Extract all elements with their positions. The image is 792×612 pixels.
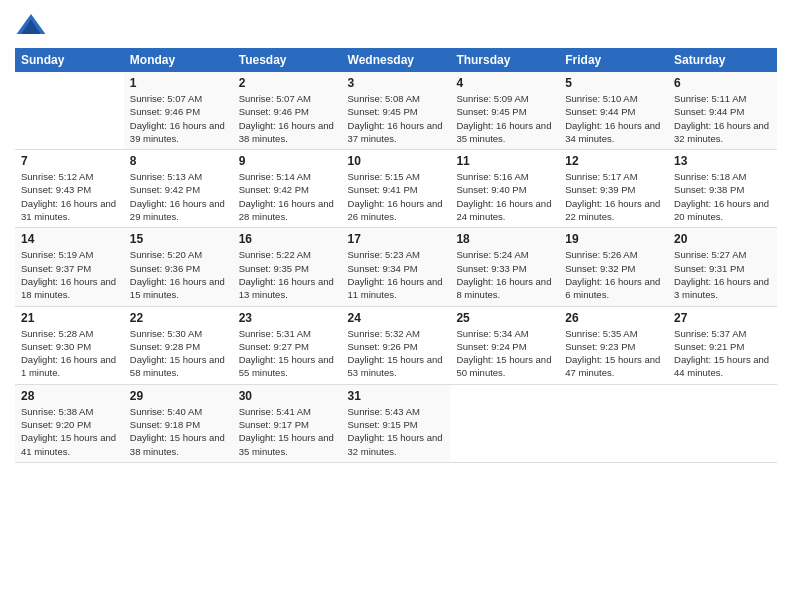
day-cell: 22Sunrise: 5:30 AMSunset: 9:28 PMDayligh… <box>124 306 233 384</box>
day-cell: 15Sunrise: 5:20 AMSunset: 9:36 PMDayligh… <box>124 228 233 306</box>
day-cell: 7Sunrise: 5:12 AMSunset: 9:43 PMDaylight… <box>15 150 124 228</box>
day-cell: 14Sunrise: 5:19 AMSunset: 9:37 PMDayligh… <box>15 228 124 306</box>
day-cell: 26Sunrise: 5:35 AMSunset: 9:23 PMDayligh… <box>559 306 668 384</box>
day-cell: 25Sunrise: 5:34 AMSunset: 9:24 PMDayligh… <box>450 306 559 384</box>
day-number: 20 <box>674 232 771 246</box>
col-header-sunday: Sunday <box>15 48 124 72</box>
day-info: Sunrise: 5:37 AMSunset: 9:21 PMDaylight:… <box>674 327 771 380</box>
day-cell: 8Sunrise: 5:13 AMSunset: 9:42 PMDaylight… <box>124 150 233 228</box>
day-cell: 17Sunrise: 5:23 AMSunset: 9:34 PMDayligh… <box>342 228 451 306</box>
day-info: Sunrise: 5:12 AMSunset: 9:43 PMDaylight:… <box>21 170 118 223</box>
day-number: 17 <box>348 232 445 246</box>
day-info: Sunrise: 5:35 AMSunset: 9:23 PMDaylight:… <box>565 327 662 380</box>
day-cell: 4Sunrise: 5:09 AMSunset: 9:45 PMDaylight… <box>450 72 559 150</box>
week-row-4: 21Sunrise: 5:28 AMSunset: 9:30 PMDayligh… <box>15 306 777 384</box>
day-cell: 18Sunrise: 5:24 AMSunset: 9:33 PMDayligh… <box>450 228 559 306</box>
day-cell <box>668 384 777 462</box>
day-number: 29 <box>130 389 227 403</box>
day-info: Sunrise: 5:30 AMSunset: 9:28 PMDaylight:… <box>130 327 227 380</box>
day-info: Sunrise: 5:16 AMSunset: 9:40 PMDaylight:… <box>456 170 553 223</box>
day-cell: 16Sunrise: 5:22 AMSunset: 9:35 PMDayligh… <box>233 228 342 306</box>
week-row-1: 1Sunrise: 5:07 AMSunset: 9:46 PMDaylight… <box>15 72 777 150</box>
day-number: 9 <box>239 154 336 168</box>
day-info: Sunrise: 5:24 AMSunset: 9:33 PMDaylight:… <box>456 248 553 301</box>
logo <box>15 10 51 42</box>
day-info: Sunrise: 5:38 AMSunset: 9:20 PMDaylight:… <box>21 405 118 458</box>
day-number: 22 <box>130 311 227 325</box>
day-cell: 1Sunrise: 5:07 AMSunset: 9:46 PMDaylight… <box>124 72 233 150</box>
day-info: Sunrise: 5:14 AMSunset: 9:42 PMDaylight:… <box>239 170 336 223</box>
logo-icon <box>15 10 47 42</box>
day-cell: 6Sunrise: 5:11 AMSunset: 9:44 PMDaylight… <box>668 72 777 150</box>
day-info: Sunrise: 5:17 AMSunset: 9:39 PMDaylight:… <box>565 170 662 223</box>
day-cell: 20Sunrise: 5:27 AMSunset: 9:31 PMDayligh… <box>668 228 777 306</box>
day-number: 15 <box>130 232 227 246</box>
week-row-3: 14Sunrise: 5:19 AMSunset: 9:37 PMDayligh… <box>15 228 777 306</box>
day-cell: 23Sunrise: 5:31 AMSunset: 9:27 PMDayligh… <box>233 306 342 384</box>
day-cell: 5Sunrise: 5:10 AMSunset: 9:44 PMDaylight… <box>559 72 668 150</box>
col-header-wednesday: Wednesday <box>342 48 451 72</box>
day-number: 8 <box>130 154 227 168</box>
day-number: 30 <box>239 389 336 403</box>
day-number: 27 <box>674 311 771 325</box>
day-number: 23 <box>239 311 336 325</box>
col-header-saturday: Saturday <box>668 48 777 72</box>
day-number: 5 <box>565 76 662 90</box>
day-cell: 13Sunrise: 5:18 AMSunset: 9:38 PMDayligh… <box>668 150 777 228</box>
day-info: Sunrise: 5:28 AMSunset: 9:30 PMDaylight:… <box>21 327 118 380</box>
day-number: 3 <box>348 76 445 90</box>
day-info: Sunrise: 5:40 AMSunset: 9:18 PMDaylight:… <box>130 405 227 458</box>
day-number: 7 <box>21 154 118 168</box>
calendar-table: SundayMondayTuesdayWednesdayThursdayFrid… <box>15 48 777 463</box>
day-number: 31 <box>348 389 445 403</box>
day-cell: 30Sunrise: 5:41 AMSunset: 9:17 PMDayligh… <box>233 384 342 462</box>
day-cell: 24Sunrise: 5:32 AMSunset: 9:26 PMDayligh… <box>342 306 451 384</box>
header-row: SundayMondayTuesdayWednesdayThursdayFrid… <box>15 48 777 72</box>
week-row-5: 28Sunrise: 5:38 AMSunset: 9:20 PMDayligh… <box>15 384 777 462</box>
day-number: 24 <box>348 311 445 325</box>
day-info: Sunrise: 5:09 AMSunset: 9:45 PMDaylight:… <box>456 92 553 145</box>
day-number: 10 <box>348 154 445 168</box>
day-cell: 21Sunrise: 5:28 AMSunset: 9:30 PMDayligh… <box>15 306 124 384</box>
day-cell: 11Sunrise: 5:16 AMSunset: 9:40 PMDayligh… <box>450 150 559 228</box>
day-cell: 27Sunrise: 5:37 AMSunset: 9:21 PMDayligh… <box>668 306 777 384</box>
day-info: Sunrise: 5:27 AMSunset: 9:31 PMDaylight:… <box>674 248 771 301</box>
day-number: 4 <box>456 76 553 90</box>
col-header-monday: Monday <box>124 48 233 72</box>
day-cell <box>450 384 559 462</box>
day-cell: 3Sunrise: 5:08 AMSunset: 9:45 PMDaylight… <box>342 72 451 150</box>
col-header-friday: Friday <box>559 48 668 72</box>
day-info: Sunrise: 5:08 AMSunset: 9:45 PMDaylight:… <box>348 92 445 145</box>
day-number: 12 <box>565 154 662 168</box>
day-info: Sunrise: 5:43 AMSunset: 9:15 PMDaylight:… <box>348 405 445 458</box>
day-info: Sunrise: 5:15 AMSunset: 9:41 PMDaylight:… <box>348 170 445 223</box>
day-number: 18 <box>456 232 553 246</box>
day-info: Sunrise: 5:07 AMSunset: 9:46 PMDaylight:… <box>239 92 336 145</box>
day-number: 21 <box>21 311 118 325</box>
week-row-2: 7Sunrise: 5:12 AMSunset: 9:43 PMDaylight… <box>15 150 777 228</box>
day-number: 11 <box>456 154 553 168</box>
day-cell: 29Sunrise: 5:40 AMSunset: 9:18 PMDayligh… <box>124 384 233 462</box>
day-info: Sunrise: 5:10 AMSunset: 9:44 PMDaylight:… <box>565 92 662 145</box>
day-cell <box>15 72 124 150</box>
day-info: Sunrise: 5:11 AMSunset: 9:44 PMDaylight:… <box>674 92 771 145</box>
day-number: 28 <box>21 389 118 403</box>
day-cell: 19Sunrise: 5:26 AMSunset: 9:32 PMDayligh… <box>559 228 668 306</box>
day-info: Sunrise: 5:34 AMSunset: 9:24 PMDaylight:… <box>456 327 553 380</box>
day-info: Sunrise: 5:20 AMSunset: 9:36 PMDaylight:… <box>130 248 227 301</box>
day-number: 1 <box>130 76 227 90</box>
day-number: 6 <box>674 76 771 90</box>
day-number: 2 <box>239 76 336 90</box>
day-number: 14 <box>21 232 118 246</box>
day-cell: 9Sunrise: 5:14 AMSunset: 9:42 PMDaylight… <box>233 150 342 228</box>
day-number: 16 <box>239 232 336 246</box>
day-info: Sunrise: 5:31 AMSunset: 9:27 PMDaylight:… <box>239 327 336 380</box>
day-info: Sunrise: 5:18 AMSunset: 9:38 PMDaylight:… <box>674 170 771 223</box>
day-cell: 2Sunrise: 5:07 AMSunset: 9:46 PMDaylight… <box>233 72 342 150</box>
day-info: Sunrise: 5:19 AMSunset: 9:37 PMDaylight:… <box>21 248 118 301</box>
day-info: Sunrise: 5:23 AMSunset: 9:34 PMDaylight:… <box>348 248 445 301</box>
day-info: Sunrise: 5:26 AMSunset: 9:32 PMDaylight:… <box>565 248 662 301</box>
col-header-tuesday: Tuesday <box>233 48 342 72</box>
day-info: Sunrise: 5:07 AMSunset: 9:46 PMDaylight:… <box>130 92 227 145</box>
day-info: Sunrise: 5:32 AMSunset: 9:26 PMDaylight:… <box>348 327 445 380</box>
